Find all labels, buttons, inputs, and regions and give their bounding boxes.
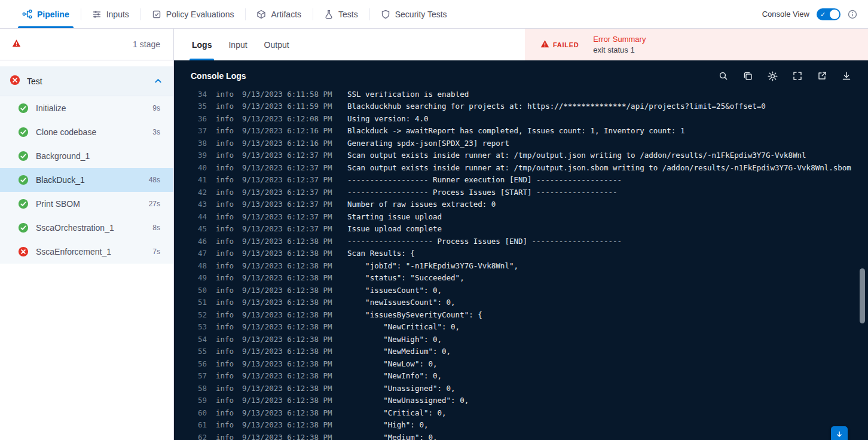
log-timestamp: 9/13/2023 6:12:08 PM [242, 114, 334, 123]
log-message: "jobId": "-n1FkEpdiw3Y7G-Vvk8Wnl", [347, 261, 518, 270]
log-line-number: 48 [198, 261, 209, 270]
open-in-new-icon[interactable] [817, 71, 827, 81]
fullscreen-icon[interactable] [793, 71, 802, 81]
nav-tab-artifacts[interactable]: Artifacts [245, 0, 313, 28]
security-tests-icon [381, 10, 390, 19]
log-message: ------------------ Runner execution [END… [347, 175, 622, 184]
step-name: Print SBOM [36, 199, 80, 209]
step-clone-codebase[interactable]: Clone codebase 3s [0, 120, 173, 144]
log-line: 43 info 9/13/2023 6:12:37 PM Number of r… [198, 198, 868, 211]
nav-tab-inputs[interactable]: Inputs [81, 0, 140, 28]
tab-input[interactable]: Input [220, 29, 255, 60]
log-line-number: 40 [198, 163, 209, 172]
nav-tab-security-tests[interactable]: Security Tests [369, 0, 459, 28]
tab-label: Logs [192, 40, 212, 50]
log-line-number: 38 [198, 139, 209, 148]
log-line: 58 info 9/13/2023 6:12:38 PM "Unassigned… [198, 382, 868, 395]
info-icon[interactable] [848, 10, 857, 19]
log-level: info [216, 237, 234, 246]
log-timestamp: 9/13/2023 6:12:38 PM [242, 273, 334, 282]
step-sscaorchestration-1[interactable]: SscaOrchestration_1 8s [0, 216, 173, 240]
log-message: "NewMedium": 0, [347, 347, 451, 356]
step-initialize[interactable]: Initialize 9s [0, 96, 173, 120]
tab-logs[interactable]: Logs [184, 29, 220, 60]
log-line: 55 info 9/13/2023 6:12:38 PM "NewMedium"… [198, 346, 868, 358]
pipeline-icon [22, 9, 32, 19]
log-message: Starting issue upload [347, 212, 442, 221]
log-timestamp: 9/13/2023 6:12:37 PM [242, 200, 334, 209]
search-icon[interactable] [719, 71, 728, 81]
console-panel: Console Logs 34 info 9/13/2023 6:11:58 P… [174, 60, 868, 440]
log-level: info [216, 273, 234, 282]
copy-icon[interactable] [743, 71, 753, 81]
log-line-number: 60 [198, 408, 209, 417]
log-timestamp: 9/13/2023 6:12:38 PM [242, 359, 334, 368]
check-circle-icon [18, 127, 29, 138]
step-sscaenforcement-1[interactable]: SscaEnforcement_1 7s [0, 240, 173, 264]
console-title: Console Logs [191, 71, 246, 81]
log-message: "High": 0, [347, 420, 428, 429]
log-level: info [216, 310, 234, 319]
log-timestamp: 9/13/2023 6:12:38 PM [242, 335, 334, 344]
log-line: 59 info 9/13/2023 6:12:38 PM "NewUnassig… [198, 395, 868, 407]
log-level: info [216, 114, 234, 123]
log-line-number: 44 [198, 212, 209, 221]
log-line-number: 37 [198, 126, 209, 135]
inputs-icon [92, 10, 102, 19]
log-message: Blackduck -> awaitReport has completed, … [347, 126, 684, 135]
steps-list: Initialize 9s Clone codebase 3s Backgrou… [0, 96, 173, 264]
chevron-up-icon[interactable] [154, 77, 163, 85]
log-line-number: 35 [198, 102, 209, 111]
step-background-1[interactable]: Background_1 [0, 144, 173, 168]
console-view-label: Console View [762, 10, 809, 19]
nav-tab-label: Security Tests [395, 10, 447, 19]
log-line: 46 info 9/13/2023 6:12:38 PM -----------… [198, 235, 868, 248]
nav-tab-tests[interactable]: Tests [313, 0, 369, 28]
step-print-sbom[interactable]: Print SBOM 27s [0, 192, 173, 216]
log-level: info [216, 261, 234, 270]
nav-tab-policy-evaluations[interactable]: Policy Evaluations [140, 0, 246, 28]
log-line: 51 info 9/13/2023 6:12:38 PM "newIssuesC… [198, 297, 868, 309]
log-line-number: 52 [198, 310, 209, 319]
log-line: 40 info 9/13/2023 6:12:37 PM Scan output… [198, 161, 868, 174]
step-name: SscaOrchestration_1 [36, 223, 114, 233]
log-level: info [216, 224, 234, 233]
log-message: "Critical": 0, [347, 408, 447, 417]
console-toolbar [719, 71, 851, 81]
log-message: "issuesBySeverityCount": { [347, 310, 482, 319]
log-message: Number of raw issues extracted: 0 [347, 200, 496, 209]
download-icon[interactable] [842, 71, 851, 81]
artifacts-icon [256, 10, 266, 19]
log-timestamp: 9/13/2023 6:12:38 PM [242, 420, 334, 429]
log-line-number: 54 [198, 335, 209, 344]
log-timestamp: 9/13/2023 6:11:58 PM [242, 91, 334, 99]
scroll-to-bottom-button[interactable] [831, 426, 848, 440]
console-scrollbar-thumb[interactable] [860, 268, 865, 323]
log-line-number: 61 [198, 420, 209, 429]
log-level: info [216, 396, 234, 405]
nav-tab-pipeline[interactable]: Pipeline [11, 0, 81, 28]
error-texts: Error Summary exit status 1 [593, 35, 646, 54]
log-message: ------------------- Process Issues [END]… [347, 237, 622, 246]
tab-output[interactable]: Output [256, 29, 298, 60]
step-blackduck-1[interactable]: BlackDuck_1 48s [0, 168, 173, 192]
log-level: info [216, 371, 234, 380]
log-level: info [216, 91, 234, 99]
log-message: Generating spdx-json[SPDX_23] report [347, 139, 509, 148]
console-view-toggle[interactable]: ✓ [817, 8, 841, 20]
log-line: 45 info 9/13/2023 6:12:37 PM Issue uploa… [198, 223, 868, 236]
log-line-number: 43 [198, 200, 209, 209]
log-line-number: 57 [198, 371, 209, 380]
step-name: Background_1 [36, 151, 90, 161]
error-summary-message: exit status 1 [593, 45, 646, 54]
sidebar: 1 stage Test Initialize 9s Clone codebas… [0, 29, 174, 440]
x-circle-icon [18, 246, 29, 257]
nav-tab-label: Artifacts [271, 10, 301, 19]
settings-icon[interactable] [768, 71, 778, 81]
log-line: 42 info 9/13/2023 6:12:37 PM -----------… [198, 186, 868, 198]
log-timestamp: 9/13/2023 6:12:38 PM [242, 408, 334, 417]
log-message: "NewLow": 0, [347, 359, 438, 368]
log-line: 56 info 9/13/2023 6:12:38 PM "NewLow": 0… [198, 358, 868, 370]
step-duration: 9s [152, 104, 160, 112]
stage-header-test[interactable]: Test [0, 66, 173, 96]
